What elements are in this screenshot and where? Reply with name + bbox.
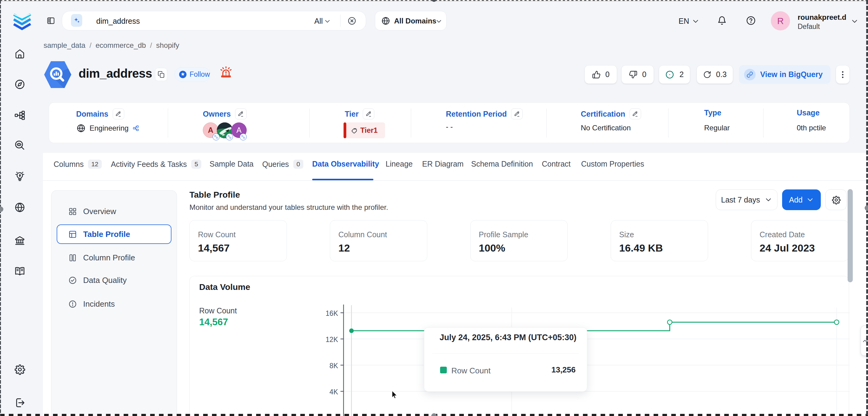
svg-text:8K: 8K [330, 362, 338, 370]
svg-text:16K: 16K [326, 310, 338, 317]
svg-text:4K: 4K [330, 388, 338, 396]
svg-text:12K: 12K [326, 335, 338, 344]
